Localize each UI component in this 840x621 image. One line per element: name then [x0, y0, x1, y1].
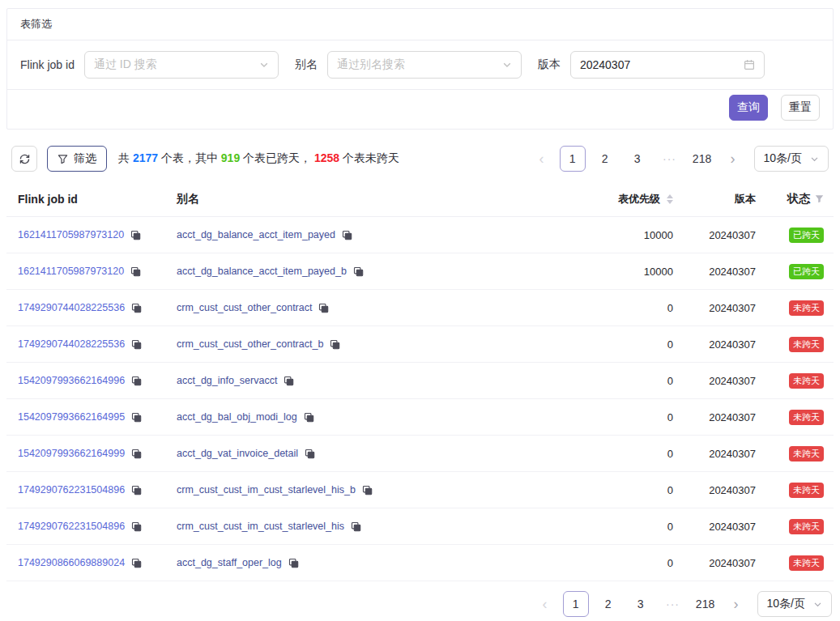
table-header: Flink job id 别名 表优先级 版本 状态 — [6, 181, 834, 217]
job-id-link[interactable]: 1542097993662164996 — [18, 375, 125, 386]
alias-link[interactable]: acct_dg_balance_acct_item_payed_b — [177, 266, 347, 277]
job-id-link[interactable]: 1749290762231504896 — [18, 484, 125, 496]
status-badge: 未跨天 — [789, 410, 824, 425]
copy-icon[interactable] — [131, 449, 142, 459]
version-value: 20240307 — [678, 302, 759, 314]
col-header-priority[interactable]: 表优先级 — [492, 192, 678, 206]
table-row: 1749290762231504896 crm_cust_cust_im_cus… — [6, 472, 834, 508]
pagination-page-2[interactable]: 2 — [595, 591, 621, 617]
sort-icon[interactable] — [667, 194, 673, 204]
priority-value: 0 — [492, 411, 678, 423]
refresh-icon — [19, 153, 31, 165]
priority-header-label: 表优先级 — [618, 192, 660, 206]
status-badge: 已跨天 — [789, 228, 824, 243]
results-table: Flink job id 别名 表优先级 版本 状态 1621411705987… — [6, 181, 834, 581]
pagination-page-3[interactable]: 3 — [628, 591, 654, 617]
status-badge: 未跨天 — [789, 373, 824, 389]
copy-icon[interactable] — [131, 412, 142, 423]
copy-icon[interactable] — [130, 230, 141, 240]
bottom-pagination-bar: ‹123···218› 10条/页 — [6, 591, 834, 617]
summary-crossed-count: 919 — [221, 151, 240, 164]
job-id-link[interactable]: 1749290762231504896 — [18, 521, 125, 532]
pagination-page-1[interactable]: 1 — [560, 146, 586, 172]
flink-job-id-select[interactable]: 通过 ID 搜索 — [84, 51, 279, 79]
priority-value: 0 — [492, 484, 678, 496]
job-id-link[interactable]: 1621411705987973120 — [18, 266, 124, 277]
summary-prefix: 共 — [118, 151, 133, 164]
alias-link[interactable]: crm_cust_cust_other_contract_b — [177, 338, 323, 350]
page-size-select[interactable]: 10条/页 — [757, 591, 832, 617]
pagination-page-3[interactable]: 3 — [625, 146, 650, 172]
pagination-next-icon[interactable]: › — [722, 146, 744, 172]
copy-icon[interactable] — [131, 339, 142, 350]
alias-link[interactable]: crm_cust_cust_im_cust_starlevel_his — [177, 521, 344, 532]
reset-button[interactable]: 重置 — [781, 95, 820, 121]
column-filter-icon[interactable] — [815, 194, 824, 203]
table-body: 1621411705987973120 acct_dg_balance_acct… — [6, 217, 834, 581]
col-header-version: 版本 — [678, 192, 759, 206]
version-date-input[interactable]: 20240307 — [570, 51, 765, 79]
filter-actions-row: 查询 重置 — [7, 90, 833, 129]
pagination-page-218[interactable]: 218 — [689, 146, 715, 172]
alias-link[interactable]: acct_dg_bal_obj_modi_log — [177, 411, 297, 423]
job-id-link[interactable]: 1542097993662164995 — [18, 411, 125, 423]
pagination-page-1[interactable]: 1 — [563, 591, 589, 617]
pagination-next-icon[interactable]: › — [725, 591, 748, 617]
alias-link[interactable]: acct_dg_balance_acct_item_payed — [177, 229, 335, 240]
filter-button[interactable]: 筛选 — [47, 146, 107, 172]
copy-icon[interactable] — [131, 558, 142, 568]
copy-icon[interactable] — [330, 339, 340, 350]
filter-fields-row: Flink job id 通过 ID 搜索 别名 通过别名搜索 — [7, 40, 833, 90]
copy-icon[interactable] — [304, 412, 314, 423]
alias-link[interactable]: acct_dg_info_servacct — [177, 375, 277, 386]
copy-icon[interactable] — [131, 303, 142, 313]
pagination-page-218[interactable]: 218 — [693, 591, 718, 617]
alias-label: 别名 — [295, 57, 318, 72]
job-id-link[interactable]: 1542097993662164999 — [18, 448, 125, 459]
alias-link[interactable]: acct_dg_vat_invoice_detail — [177, 448, 298, 459]
alias-link[interactable]: acct_dg_staff_oper_log — [177, 557, 282, 568]
flink-job-id-label: Flink job id — [20, 58, 75, 71]
job-id-link[interactable]: 1749290744028225536 — [18, 302, 125, 313]
copy-icon[interactable] — [130, 266, 141, 277]
copy-icon[interactable] — [342, 230, 352, 240]
pagination-ellipsis: ··· — [657, 146, 683, 172]
table-toolbar: 筛选 共 2177 个表，其中 919 个表已跨天， 1258 个表未跨天 ‹1… — [6, 146, 834, 172]
query-button[interactable]: 查询 — [729, 95, 768, 121]
page-size-select[interactable]: 10条/页 — [754, 146, 829, 172]
copy-icon[interactable] — [131, 376, 142, 386]
table-row: 1749290866069889024 acct_dg_staff_oper_l… — [6, 545, 834, 581]
alias-link[interactable]: crm_cust_cust_im_cust_starlevel_his_b — [177, 484, 356, 496]
chevron-down-icon — [810, 155, 819, 164]
pagination-prev-icon[interactable]: ‹ — [531, 146, 553, 172]
copy-icon[interactable] — [305, 449, 315, 459]
alias-select[interactable]: 通过别名搜索 — [327, 51, 522, 79]
table-row: 1749290744028225536 crm_cust_cust_other_… — [6, 326, 834, 363]
refresh-button[interactable] — [11, 146, 37, 172]
job-id-link[interactable]: 1749290866069889024 — [18, 557, 125, 568]
field-flink-job-id: Flink job id 通过 ID 搜索 — [20, 51, 279, 79]
copy-icon[interactable] — [131, 521, 142, 532]
summary-text: 共 2177 个表，其中 919 个表已跨天， 1258 个表未跨天 — [118, 151, 399, 166]
pagination-top: ‹123···218› — [531, 146, 744, 172]
copy-icon[interactable] — [284, 376, 294, 386]
copy-icon[interactable] — [288, 558, 299, 568]
job-id-link[interactable]: 1749290744028225536 — [18, 338, 125, 350]
alias-link[interactable]: crm_cust_cust_other_contract — [177, 302, 312, 313]
summary-total-count: 2177 — [133, 151, 158, 164]
copy-icon[interactable] — [351, 521, 361, 532]
flink-job-id-placeholder: 通过 ID 搜索 — [94, 57, 157, 72]
job-id-link[interactable]: 1621411705987973120 — [18, 229, 124, 240]
calendar-icon — [744, 59, 755, 70]
priority-value: 0 — [492, 375, 678, 387]
status-header-label: 状态 — [787, 192, 810, 206]
pagination-page-2[interactable]: 2 — [592, 146, 618, 172]
copy-icon[interactable] — [353, 266, 364, 277]
copy-icon[interactable] — [362, 485, 373, 496]
copy-icon[interactable] — [131, 485, 142, 496]
funnel-icon — [58, 154, 68, 164]
pagination-prev-icon[interactable]: ‹ — [534, 591, 556, 617]
copy-icon[interactable] — [318, 303, 329, 313]
priority-value: 10000 — [492, 229, 678, 241]
page: 表筛选 Flink job id 通过 ID 搜索 别名 通过别名搜索 — [0, 0, 840, 617]
